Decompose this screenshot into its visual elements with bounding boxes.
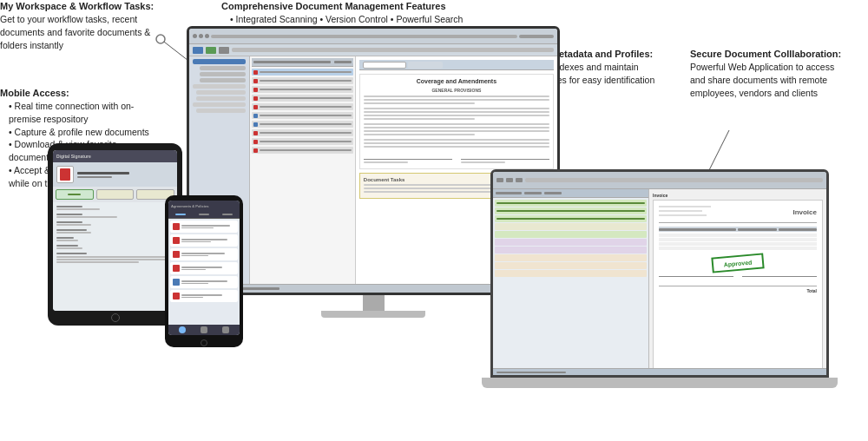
file-row-5[interactable]: [252, 103, 353, 110]
phone-item-line-1-b: [181, 227, 214, 229]
file-row-9[interactable]: [252, 138, 353, 145]
preview-tab-inactive[interactable]: [408, 62, 443, 69]
doc-line-14: [364, 146, 549, 148]
mobile-title: Mobile Access:: [0, 88, 69, 98]
phone-app-name: Agreements & Policies: [171, 204, 237, 208]
file-text-8: [260, 132, 352, 134]
phone-tab-1[interactable]: [168, 211, 192, 218]
phone-tab-2[interactable]: [192, 211, 215, 218]
inv-row-1: [659, 234, 817, 237]
file-text-2: [260, 80, 352, 82]
phone-item-text-6: [181, 294, 235, 298]
phone-nav-3[interactable]: [222, 326, 229, 333]
tf-label-4: [56, 229, 87, 231]
laptop-toolbar: [493, 172, 826, 189]
phone-list-item-6[interactable]: [170, 290, 238, 302]
phone-item-text-1: [181, 225, 235, 228]
laptop-screen-inner: Invoice Invoice: [493, 172, 826, 375]
phone-home-button[interactable]: [201, 339, 207, 346]
file-row-10[interactable]: [252, 147, 353, 154]
sidebar-content: [189, 56, 249, 117]
ll-text-3: [496, 218, 645, 220]
invoice-sig-2: [742, 276, 817, 282]
phone-item-icon-4: [173, 265, 180, 272]
file-text-4: [260, 97, 352, 99]
ll-row-3[interactable]: [495, 215, 647, 222]
tf-note-1: [56, 256, 174, 258]
phone-item-line-3-a: [181, 253, 225, 254]
doc-line-9: [364, 127, 549, 128]
inv-h1: [659, 228, 736, 231]
doc-line-7: [364, 118, 476, 120]
file-row-7[interactable]: [252, 121, 353, 128]
tablet-doc-icon: [56, 166, 74, 183]
ll-row-8[interactable]: [495, 254, 647, 261]
ll-row-5[interactable]: [495, 231, 647, 238]
phone-list-item-3[interactable]: [170, 248, 238, 260]
ll-text-2: [496, 210, 645, 212]
phone-item-line-2-a: [181, 239, 227, 240]
preview-tab-active[interactable]: [363, 62, 406, 69]
phone-item-line-5-a: [181, 280, 227, 282]
doc-line-5: [364, 111, 549, 113]
file-text-9: [260, 141, 352, 142]
toolbar-dot-1: [193, 34, 197, 38]
tf-value-4: [56, 232, 91, 234]
laptop-list: [493, 198, 648, 280]
col-header-2: [334, 61, 352, 63]
file-row-4[interactable]: [252, 95, 353, 102]
phone-list-item-2[interactable]: [170, 234, 238, 247]
svg-point-1: [156, 35, 165, 43]
file-row-8[interactable]: [252, 129, 353, 136]
ll-row-1[interactable]: [495, 200, 647, 207]
invoice-sig-area: [659, 276, 817, 282]
doc-line-2: [364, 99, 549, 101]
sig-left: [364, 153, 452, 165]
tablet-field-version: [56, 245, 174, 249]
preview-document: Coverage and Amendments GENERAL PROVISIO…: [359, 74, 554, 169]
file-row-2[interactable]: [252, 77, 353, 84]
sig-line-1: [364, 153, 452, 160]
tablet-btn-1[interactable]: [56, 189, 94, 200]
phone-item-line-3-b: [181, 255, 208, 257]
ll-row-7[interactable]: [495, 247, 647, 253]
tablet-btn-2[interactable]: [96, 189, 135, 200]
sig-space-2: [742, 277, 817, 282]
phone-list-item-5[interactable]: [170, 276, 238, 288]
sidebar-item-1: [200, 66, 246, 70]
phone-nav-1[interactable]: [179, 326, 186, 333]
ll-row-2[interactable]: [495, 207, 647, 214]
file-icon-3: [253, 88, 258, 92]
doc-line-6: [364, 115, 549, 116]
file-icon-8: [253, 131, 258, 135]
phone-item-line-6-a: [181, 294, 222, 296]
ll-row-4[interactable]: [495, 223, 647, 230]
file-row-3[interactable]: [252, 86, 353, 93]
invoice-document: Invoice: [653, 200, 823, 372]
phone-tab-3[interactable]: [216, 211, 240, 218]
ll-row-6[interactable]: [495, 239, 647, 246]
tablet-home-button[interactable]: [111, 313, 120, 322]
ll-row-10[interactable]: [495, 270, 647, 277]
phone-list-item-1[interactable]: [170, 220, 238, 233]
sig-line-2: [461, 153, 549, 160]
comp-item-1: Integrated Scanning • Version Control • …: [230, 13, 463, 26]
laptop-tool-3: [516, 178, 523, 182]
phone-tab-2-text: [199, 214, 209, 215]
doc-signatures: [364, 153, 549, 165]
toolbar-icon-1: [193, 47, 203, 54]
tf-value-2: [56, 216, 117, 218]
file-icon-5: [253, 105, 258, 109]
phone-item-line-4-b: [181, 269, 206, 271]
tf-value-3: [56, 224, 91, 226]
file-row-6[interactable]: [252, 112, 353, 119]
preview-tabs: [359, 60, 554, 70]
phone-list-item-4[interactable]: [170, 262, 238, 274]
file-row-1[interactable]: [252, 69, 353, 76]
laptop-main: Invoice Invoice: [493, 189, 826, 368]
laptop-toolbar-filler: [525, 178, 823, 182]
phone-nav-2[interactable]: [201, 326, 207, 333]
phone-item-text-3: [181, 253, 235, 256]
ll-row-9[interactable]: [495, 262, 647, 269]
tablet-field-flag: [56, 237, 174, 241]
